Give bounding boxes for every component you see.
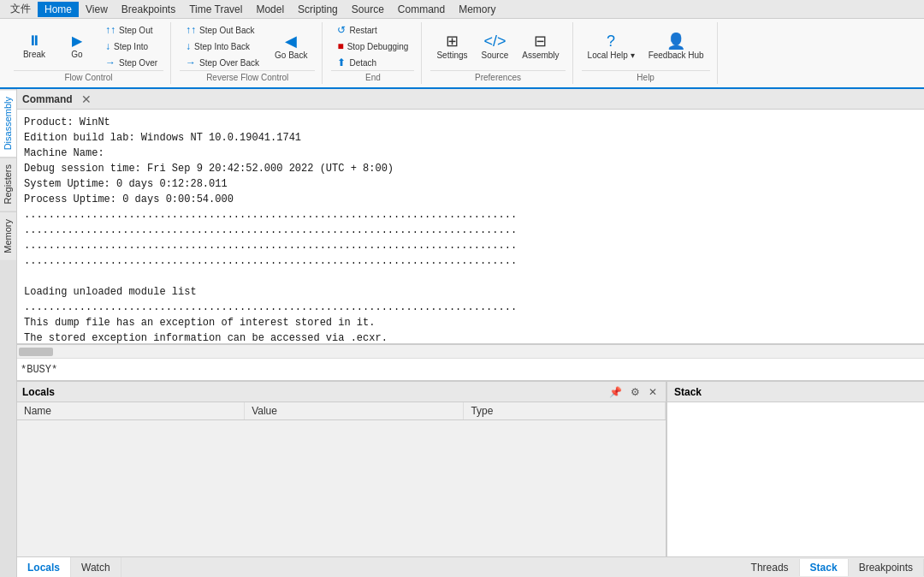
step-buttons-col1: ↑↑ Step Out ↓ Step Into → Step Over <box>99 22 163 70</box>
content-area: Command ✕ Product: WinNt Edition build l… <box>17 89 924 577</box>
scroll-thumb-h[interactable] <box>19 348 53 356</box>
output-line-1: Product: WinNt <box>24 115 917 130</box>
locals-pin-button[interactable]: 📌 <box>606 385 625 399</box>
local-help-button[interactable]: ? Local Help ▾ <box>582 23 641 69</box>
locals-close-button[interactable]: ✕ <box>645 385 660 399</box>
sidebar-tab-disassembly[interactable]: Disassembly <box>0 89 16 157</box>
preferences-label: Preferences <box>430 70 565 84</box>
go-button[interactable]: ▶ Go <box>56 23 98 69</box>
menu-model[interactable]: Model <box>249 2 291 17</box>
feedback-hub-button[interactable]: 👤 Feedback Hub <box>643 23 710 69</box>
tab-watch[interactable]: Watch <box>71 557 121 577</box>
step-out-button[interactable]: ↑↑ Step Out <box>99 22 163 38</box>
output-line-5: System Uptime: 0 days 0:12:28.011 <box>24 176 917 192</box>
stop-debugging-button[interactable]: ■ Stop Debugging <box>331 39 414 54</box>
command-panel: Command ✕ Product: WinNt Edition build l… <box>17 89 924 380</box>
sidebar-tab-memory[interactable]: Memory <box>0 211 16 260</box>
ribbon-group-help: ? Local Help ▾ 👤 Feedback Hub Help <box>575 22 718 84</box>
ribbon-group-preferences: ⊞ Settings </> Source ⊟ Assembly Prefere… <box>424 22 572 84</box>
locals-data-table: Name Value Type <box>17 402 666 420</box>
step-out-icon: ↑↑ <box>105 24 116 36</box>
bottom-area: Locals 📌 ⚙ ✕ Name Value <box>17 380 924 577</box>
go-back-button[interactable]: ◀ Go Back <box>267 23 315 69</box>
stack-panel: Stack <box>667 382 924 556</box>
source-button[interactable]: </> Source <box>476 23 515 69</box>
output-line-15: The stored exception information can be … <box>24 330 917 344</box>
step-over-back-button[interactable]: → Step Over Back <box>180 55 265 70</box>
step-over-button[interactable]: → Step Over <box>99 55 163 70</box>
flow-control-buttons: ⏸ Break ▶ Go ↑↑ Step Out ↓ Step Into <box>14 22 163 70</box>
end-buttons: ↺ Restart ■ Stop Debugging ⬆ Detach <box>331 22 414 70</box>
ribbon-group-end: ↺ Restart ■ Stop Debugging ⬆ Detach End <box>324 22 422 84</box>
output-line-2: Edition build lab: Windows NT 10.0.19041… <box>24 130 917 146</box>
output-line-10: ........................................… <box>24 253 917 269</box>
output-line-6: Process Uptime: 0 days 0:00:54.000 <box>24 192 917 207</box>
reverse-buttons: ↑↑ Step Out Back ↓ Step Into Back → Step… <box>180 22 315 70</box>
menu-view[interactable]: View <box>79 2 115 17</box>
stop-icon: ■ <box>337 40 343 52</box>
menu-timetravel[interactable]: Time Travel <box>182 2 249 17</box>
command-panel-title: Command <box>22 93 73 105</box>
tab-threads[interactable]: Threads <box>741 559 800 576</box>
locals-header: Locals 📌 ⚙ ✕ <box>17 382 666 402</box>
menu-memory[interactable]: Memory <box>452 2 502 17</box>
help-label: Help <box>582 70 710 84</box>
menu-scripting[interactable]: Scripting <box>291 2 345 17</box>
restart-button[interactable]: ↺ Restart <box>331 22 414 38</box>
help-icon: ? <box>607 33 615 49</box>
tab-breakpoints[interactable]: Breakpoints <box>849 559 924 576</box>
step-into-back-button[interactable]: ↓ Step Into Back <box>180 39 265 54</box>
locals-panel: Locals 📌 ⚙ ✕ Name Value <box>17 382 667 556</box>
menu-source[interactable]: Source <box>345 2 391 17</box>
output-line-7: ........................................… <box>24 207 917 223</box>
assembly-icon: ⊟ <box>534 33 547 49</box>
locals-settings-button[interactable]: ⚙ <box>627 385 643 399</box>
break-label: Break <box>23 50 45 59</box>
locals-title: Locals <box>22 386 55 398</box>
step-back-col: ↑↑ Step Out Back ↓ Step Into Back → Step… <box>180 22 265 70</box>
menu-home[interactable]: Home <box>38 2 79 17</box>
break-button[interactable]: ⏸ Break <box>14 23 55 69</box>
detach-button[interactable]: ⬆ Detach <box>331 55 414 70</box>
panel-header: Command ✕ <box>17 89 924 110</box>
output-line-3: Machine Name: <box>24 146 917 161</box>
col-value: Value <box>245 402 464 420</box>
command-input[interactable] <box>21 364 921 376</box>
output-line-8: ........................................… <box>24 223 917 238</box>
command-panel-close[interactable]: ✕ <box>78 92 95 106</box>
menu-command[interactable]: Command <box>391 2 452 17</box>
command-output[interactable]: Product: WinNt Edition build lab: Window… <box>17 110 924 344</box>
ribbon-content: ⏸ Break ▶ Go ↑↑ Step Out ↓ Step Into <box>0 19 924 87</box>
main-area: Disassembly Registers Memory Command ✕ P… <box>0 89 924 577</box>
detach-icon: ⬆ <box>337 57 346 68</box>
menu-bar: 文件 Home View Breakpoints Time Travel Mod… <box>0 0 924 19</box>
tab-stack[interactable]: Stack <box>800 559 849 576</box>
output-line-12: Loading unloaded module list <box>24 284 917 300</box>
go-back-label: Go Back <box>275 51 307 60</box>
go-back-icon: ◀ <box>285 33 297 49</box>
ribbon-group-flow-control: ⏸ Break ▶ Go ↑↑ Step Out ↓ Step Into <box>7 22 171 84</box>
assembly-button[interactable]: ⊟ Assembly <box>516 23 565 69</box>
sidebar-tab-registers[interactable]: Registers <box>0 157 16 211</box>
step-into-icon: ↓ <box>105 40 110 52</box>
restart-icon: ↺ <box>337 24 346 36</box>
menu-file[interactable]: 文件 <box>3 0 38 18</box>
bottom-panels: Locals 📌 ⚙ ✕ Name Value <box>17 382 924 556</box>
settings-button[interactable]: ⊞ Settings <box>430 23 473 69</box>
tab-locals[interactable]: Locals <box>17 557 71 577</box>
step-out-back-button[interactable]: ↑↑ Step Out Back <box>180 22 265 38</box>
step-into-button[interactable]: ↓ Step Into <box>99 39 163 54</box>
command-input-row <box>17 358 924 380</box>
stack-content <box>667 402 924 556</box>
end-col: ↺ Restart ■ Stop Debugging ⬆ Detach <box>331 22 414 70</box>
output-line-9: ........................................… <box>24 238 917 253</box>
ribbon-group-reverse: ↑↑ Step Out Back ↓ Step Into Back → Step… <box>173 22 323 84</box>
settings-icon: ⊞ <box>446 33 459 49</box>
horizontal-scrollbar[interactable] <box>17 344 924 358</box>
reverse-label: Reverse Flow Control <box>180 70 315 84</box>
bottom-tabs-right: Threads Stack Breakpoints <box>741 559 924 576</box>
locals-table: Name Value Type <box>17 402 666 556</box>
menu-breakpoints[interactable]: Breakpoints <box>115 2 182 17</box>
stack-header: Stack <box>667 382 924 402</box>
step-over-icon: → <box>105 57 116 68</box>
